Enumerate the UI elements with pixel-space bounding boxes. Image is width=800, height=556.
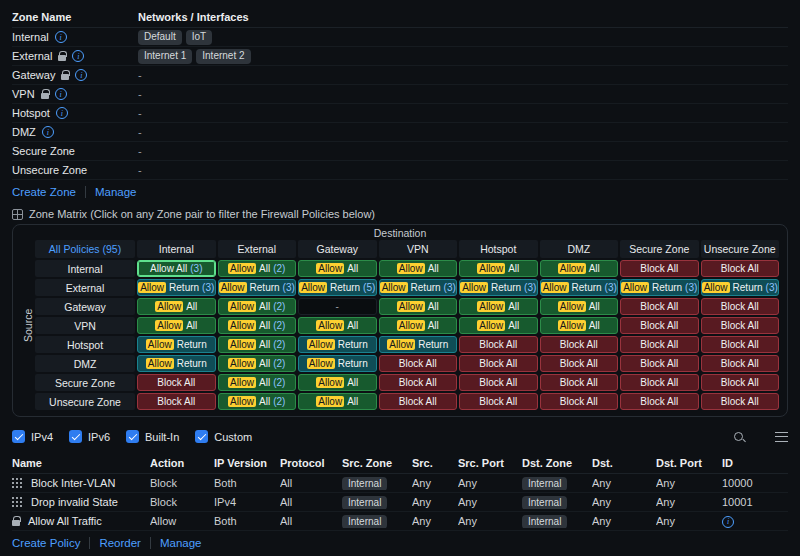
list-menu-icon[interactable] — [775, 432, 788, 442]
matrix-row-header-gateway[interactable]: Gateway — [35, 298, 135, 315]
network-tag[interactable]: Internet 2 — [196, 49, 250, 64]
zones-create-zone-link[interactable]: Create Zone — [12, 186, 76, 198]
info-icon[interactable]: i — [55, 88, 67, 100]
zone-row-external[interactable]: ExternaliInternet 1Internet 2 — [12, 47, 788, 66]
matrix-col-header-gateway[interactable]: Gateway — [298, 240, 377, 258]
matrix-cell-vpn-vpn[interactable]: AllowAll — [379, 317, 458, 334]
matrix-cell-secure-zone-dmz[interactable]: Block All — [540, 374, 619, 391]
matrix-row-header-dmz[interactable]: DMZ — [35, 355, 135, 372]
matrix-cell-external-gateway[interactable]: AllowReturn(5) — [298, 279, 377, 296]
matrix-cell-vpn-gateway[interactable]: AllowAll — [298, 317, 377, 334]
matrix-cell-external-hotspot[interactable]: AllowReturn(3) — [459, 279, 538, 296]
search-icon[interactable] — [734, 432, 743, 441]
matrix-cell-external-unsecure-zone[interactable]: AllowReturn(3) — [701, 279, 780, 296]
matrix-cell-dmz-secure-zone[interactable]: Block All — [620, 355, 699, 372]
matrix-cell-external-internal[interactable]: AllowReturn(3) — [137, 279, 216, 296]
zones-manage-link[interactable]: Manage — [95, 186, 137, 198]
matrix-cell-dmz-vpn[interactable]: Block All — [379, 355, 458, 372]
matrix-cell-internal-dmz[interactable]: AllowAll — [540, 260, 619, 277]
matrix-cell-hotspot-vpn[interactable]: AllowReturn — [379, 336, 458, 353]
info-icon[interactable]: i — [722, 516, 734, 528]
checkbox-built-in[interactable] — [126, 430, 139, 443]
matrix-cell-unsecure-zone-unsecure-zone[interactable]: Block All — [701, 393, 780, 410]
zone-row-gateway[interactable]: Gatewayi- — [12, 66, 788, 85]
matrix-row-header-external[interactable]: External — [35, 279, 135, 296]
network-tag[interactable]: Internet 1 — [138, 49, 192, 64]
matrix-cell-secure-zone-secure-zone[interactable]: Block All — [620, 374, 699, 391]
matrix-row-header-unsecure-zone[interactable]: Unsecure Zone — [35, 393, 135, 410]
matrix-cell-secure-zone-external[interactable]: AllowAll(2) — [218, 374, 297, 391]
checkbox-custom[interactable] — [195, 430, 208, 443]
matrix-cell-secure-zone-unsecure-zone[interactable]: Block All — [701, 374, 780, 391]
matrix-all-policies[interactable]: All Policies (95) — [35, 240, 135, 258]
checkbox-ipv6[interactable] — [69, 430, 82, 443]
matrix-cell-unsecure-zone-vpn[interactable]: Block All — [379, 393, 458, 410]
matrix-cell-vpn-external[interactable]: AllowAll(2) — [218, 317, 297, 334]
policy-row-allow-all-traffic[interactable]: Allow All TrafficAllowBothAllInternalAny… — [12, 512, 788, 531]
matrix-col-header-unsecure-zone[interactable]: Unsecure Zone — [701, 240, 780, 258]
matrix-cell-hotspot-secure-zone[interactable]: Block All — [620, 336, 699, 353]
matrix-cell-unsecure-zone-hotspot[interactable]: Block All — [459, 393, 538, 410]
matrix-cell-hotspot-internal[interactable]: AllowReturn — [137, 336, 216, 353]
matrix-cell-dmz-dmz[interactable]: Block All — [540, 355, 619, 372]
network-tag[interactable]: Default — [138, 30, 182, 45]
info-icon[interactable]: i — [42, 126, 54, 138]
matrix-cell-internal-vpn[interactable]: AllowAll — [379, 260, 458, 277]
matrix-col-header-vpn[interactable]: VPN — [379, 240, 458, 258]
matrix-cell-gateway-secure-zone[interactable]: Block All — [620, 298, 699, 315]
zone-row-hotspot[interactable]: Hotspoti- — [12, 104, 788, 123]
matrix-row-header-secure-zone[interactable]: Secure Zone — [35, 374, 135, 391]
matrix-cell-external-dmz[interactable]: AllowReturn(3) — [540, 279, 619, 296]
info-icon[interactable]: i — [55, 31, 67, 43]
matrix-cell-internal-unsecure-zone[interactable]: Block All — [701, 260, 780, 277]
filter-built-in[interactable]: Built-In — [126, 430, 179, 443]
matrix-cell-unsecure-zone-internal[interactable]: Block All — [137, 393, 216, 410]
matrix-cell-hotspot-hotspot[interactable]: Block All — [459, 336, 538, 353]
matrix-cell-internal-secure-zone[interactable]: Block All — [620, 260, 699, 277]
matrix-col-header-dmz[interactable]: DMZ — [540, 240, 619, 258]
matrix-cell-dmz-internal[interactable]: AllowReturn — [137, 355, 216, 372]
matrix-cell-dmz-hotspot[interactable]: Block All — [459, 355, 538, 372]
zone-row-vpn[interactable]: VPNi- — [12, 85, 788, 104]
matrix-cell-dmz-external[interactable]: AllowAll(2) — [218, 355, 297, 372]
network-tag[interactable]: IoT — [186, 30, 212, 45]
info-icon[interactable]: i — [56, 107, 68, 119]
matrix-cell-hotspot-unsecure-zone[interactable]: Block All — [701, 336, 780, 353]
matrix-col-header-hotspot[interactable]: Hotspot — [459, 240, 538, 258]
matrix-cell-vpn-hotspot[interactable]: AllowAll — [459, 317, 538, 334]
checkbox-ipv4[interactable] — [12, 430, 25, 443]
filter-ipv6[interactable]: IPv6 — [69, 430, 110, 443]
filter-ipv4[interactable]: IPv4 — [12, 430, 53, 443]
matrix-cell-vpn-internal[interactable]: AllowAll — [137, 317, 216, 334]
info-icon[interactable]: i — [72, 50, 84, 62]
policies-manage-link[interactable]: Manage — [160, 537, 202, 549]
zone-row-unsecure-zone[interactable]: Unsecure Zone- — [12, 161, 788, 180]
matrix-cell-secure-zone-vpn[interactable]: Block All — [379, 374, 458, 391]
matrix-cell-unsecure-zone-secure-zone[interactable]: Block All — [620, 393, 699, 410]
matrix-cell-secure-zone-hotspot[interactable]: Block All — [459, 374, 538, 391]
matrix-cell-dmz-gateway[interactable]: AllowReturn — [298, 355, 377, 372]
matrix-col-header-internal[interactable]: Internal — [137, 240, 216, 258]
matrix-cell-gateway-unsecure-zone[interactable]: Block All — [701, 298, 780, 315]
filter-custom[interactable]: Custom — [195, 430, 252, 443]
zone-row-secure-zone[interactable]: Secure Zone- — [12, 142, 788, 161]
matrix-cell-hotspot-external[interactable]: AllowAll(2) — [218, 336, 297, 353]
matrix-cell-internal-gateway[interactable]: AllowAll — [298, 260, 377, 277]
matrix-cell-secure-zone-internal[interactable]: Block All — [137, 374, 216, 391]
policy-row-drop-invalid-state[interactable]: Drop invalid StateBlockIPv4AllInternalAn… — [12, 493, 788, 512]
zone-row-internal[interactable]: InternaliDefaultIoT — [12, 28, 788, 47]
matrix-row-header-vpn[interactable]: VPN — [35, 317, 135, 334]
zone-row-dmz[interactable]: DMZi- — [12, 123, 788, 142]
matrix-cell-gateway-external[interactable]: AllowAll(2) — [218, 298, 297, 315]
policy-row-block-inter-vlan[interactable]: Block Inter-VLANBlockBothAllInternalAnyA… — [12, 474, 788, 493]
matrix-cell-internal-internal[interactable]: Allow All(3) — [137, 260, 216, 277]
matrix-col-header-secure-zone[interactable]: Secure Zone — [620, 240, 699, 258]
matrix-cell-gateway-internal[interactable]: AllowAll — [137, 298, 216, 315]
matrix-cell-hotspot-dmz[interactable]: Block All — [540, 336, 619, 353]
matrix-cell-vpn-secure-zone[interactable]: Block All — [620, 317, 699, 334]
matrix-cell-external-vpn[interactable]: AllowReturn(3) — [379, 279, 458, 296]
matrix-cell-dmz-unsecure-zone[interactable]: Block All — [701, 355, 780, 372]
matrix-row-header-hotspot[interactable]: Hotspot — [35, 336, 135, 353]
matrix-cell-secure-zone-gateway[interactable]: AllowAll — [298, 374, 377, 391]
matrix-col-header-external[interactable]: External — [218, 240, 297, 258]
